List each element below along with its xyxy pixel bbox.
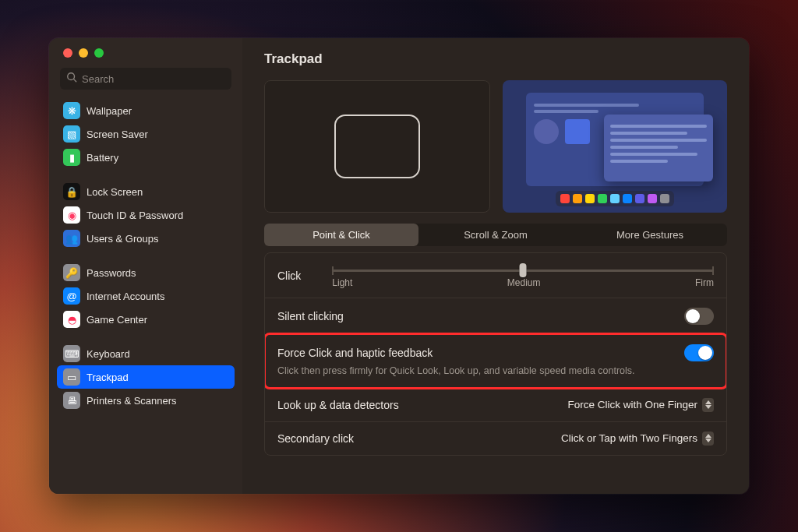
lock-screen-icon: 🔒: [63, 183, 80, 200]
svg-line-1: [74, 79, 76, 82]
preview-row: [264, 80, 727, 213]
page-title: Trackpad: [264, 51, 323, 67]
slider-label-medium: Medium: [507, 277, 541, 288]
sidebar-item-passwords[interactable]: 🔑Passwords: [57, 261, 235, 284]
sidebar-item-screen-saver[interactable]: ▧Screen Saver: [57, 122, 235, 146]
secondary-click-value: Click or Tap with Two Fingers: [561, 432, 697, 444]
screensaver-icon: ▧: [63, 125, 80, 143]
lookup-value: Force Click with One Finger: [567, 399, 697, 410]
trackpad-icon: ▭: [63, 368, 80, 386]
secondary-click-dropdown[interactable]: Click or Tap with Two Fingers: [561, 432, 714, 446]
setting-lookup: Look up & data detectors Force Click wit…: [265, 388, 726, 421]
passwords-icon: 🔑: [63, 264, 80, 281]
sidebar-item-lock-screen[interactable]: 🔒Lock Screen: [57, 180, 235, 203]
users-groups-icon: 👥: [63, 230, 80, 247]
search-icon: [66, 72, 77, 86]
internet-accounts-icon: @: [63, 287, 80, 305]
tab-more-gestures[interactable]: More Gestures: [573, 224, 727, 246]
battery-icon: ▮: [63, 149, 80, 166]
sidebar-item-game-center[interactable]: ◓Game Center: [57, 308, 235, 331]
force-click-label: Force Click and haptic feedback: [277, 347, 433, 359]
sidebar-item-label: Lock Screen: [87, 186, 143, 198]
sidebar-item-users-groups[interactable]: 👥Users & Groups: [57, 227, 235, 250]
force-click-toggle[interactable]: [684, 344, 714, 361]
silent-clicking-toggle[interactable]: [684, 308, 714, 325]
slider-label-firm: Firm: [695, 277, 714, 288]
sidebar-item-label: Game Center: [87, 314, 147, 326]
tab-scroll-zoom[interactable]: Scroll & Zoom: [418, 224, 573, 246]
trackpad-preview: [264, 80, 490, 213]
click-slider[interactable]: Light Medium Firm: [332, 262, 714, 288]
system-settings-window: ❋Wallpaper▧Screen Saver▮Battery🔒Lock Scr…: [49, 38, 749, 494]
lookup-label: Look up & data detectors: [277, 399, 399, 411]
updown-icon: [702, 432, 714, 446]
sidebar-item-label: Screen Saver: [87, 129, 148, 140]
sidebar-item-keyboard[interactable]: ⌨Keyboard: [57, 342, 235, 365]
wallpaper-icon: ❋: [63, 102, 80, 119]
setting-click: Click Light Medium Firm: [265, 253, 726, 298]
trackpad-icon: [334, 115, 420, 178]
close-button[interactable]: [63, 48, 72, 58]
desktop-preview: [503, 80, 727, 213]
secondary-click-label: Secondary click: [277, 432, 354, 445]
sidebar-item-label: Printers & Scanners: [87, 395, 177, 407]
tab-point-click[interactable]: Point & Click: [264, 224, 418, 246]
main-pane: Trackpad Point & ClickScroll & ZoomMore …: [242, 38, 749, 494]
sidebar-item-label: Passwords: [87, 267, 136, 279]
sidebar-item-label: Internet Accounts: [87, 291, 164, 302]
fullscreen-button[interactable]: [94, 48, 104, 58]
printers-icon: 🖶: [63, 392, 80, 409]
sidebar-item-label: Users & Groups: [87, 233, 158, 245]
sidebar-item-trackpad[interactable]: ▭Trackpad: [57, 365, 235, 389]
sidebar-item-wallpaper[interactable]: ❋Wallpaper: [57, 99, 235, 122]
sidebar-item-label: Trackpad: [87, 372, 129, 383]
sidebar-item-label: Battery: [87, 152, 118, 164]
sidebar-item-internet-accounts[interactable]: @Internet Accounts: [57, 284, 235, 308]
setting-silent-clicking: Silent clicking: [265, 298, 726, 334]
setting-secondary-click: Secondary click Click or Tap with Two Fi…: [265, 421, 726, 455]
sidebar-item-label: Keyboard: [87, 348, 130, 360]
click-label: Click: [277, 270, 301, 282]
force-click-sub: Click then press firmly for Quick Look, …: [277, 365, 714, 379]
sidebar-item-label: Touch ID & Password: [87, 210, 183, 221]
sidebar-item-label: Wallpaper: [87, 105, 132, 117]
touchid-icon: ◉: [63, 206, 80, 224]
minimize-button[interactable]: [79, 48, 88, 58]
updown-icon: [702, 398, 714, 412]
tabs: Point & ClickScroll & ZoomMore Gestures: [264, 224, 727, 246]
sidebar-item-touch-id-password[interactable]: ◉Touch ID & Password: [57, 203, 235, 227]
search-input[interactable]: [82, 73, 225, 85]
setting-force-click: Force Click and haptic feedback Click th…: [265, 334, 726, 388]
silent-clicking-label: Silent clicking: [277, 310, 344, 322]
sidebar: ❋Wallpaper▧Screen Saver▮Battery🔒Lock Scr…: [49, 38, 242, 494]
window-controls: [49, 38, 242, 68]
slider-label-light: Light: [332, 277, 352, 288]
sidebar-item-printers-scanners[interactable]: 🖶Printers & Scanners: [57, 389, 235, 412]
slider-thumb[interactable]: [520, 263, 527, 277]
game-center-icon: ◓: [63, 311, 80, 328]
lookup-dropdown[interactable]: Force Click with One Finger: [567, 398, 714, 412]
search-box[interactable]: [60, 68, 231, 90]
keyboard-icon: ⌨: [63, 345, 80, 362]
sidebar-item-battery[interactable]: ▮Battery: [57, 146, 235, 169]
sidebar-nav: ❋Wallpaper▧Screen Saver▮Battery🔒Lock Scr…: [49, 96, 242, 494]
settings-list: Click Light Medium Firm: [264, 252, 727, 456]
